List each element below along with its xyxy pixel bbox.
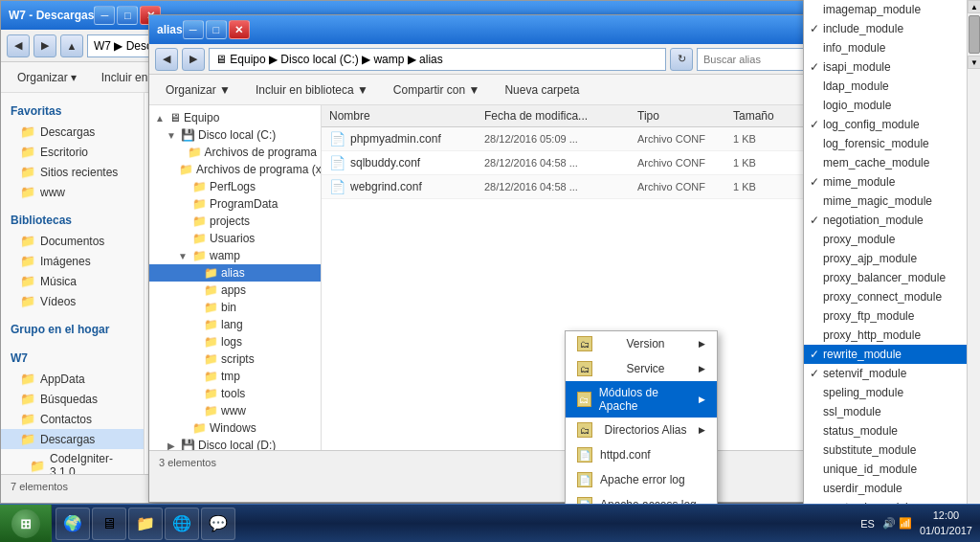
tree-item-windows[interactable]: 📁 Windows — [149, 419, 321, 437]
organize-button-2[interactable]: Organizar ▼ — [157, 79, 239, 101]
module-item-16[interactable]: proxy_ftp_module — [804, 306, 980, 326]
taskbar-item-2[interactable]: 🖥 — [92, 508, 126, 540]
module-item-1[interactable]: include_module — [804, 19, 980, 38]
sidebar-item-codeigniter[interactable]: 📁CodeIgniter-3.1.0 — [1, 449, 144, 474]
module-item-4[interactable]: ldap_module — [804, 77, 980, 96]
module-item-7[interactable]: log_forensic_module — [804, 134, 980, 153]
module-item-13[interactable]: proxy_ajp_module — [804, 249, 980, 268]
tree-item-archivos-x86[interactable]: 📁 Archivos de programa (x86) — [149, 161, 321, 178]
tree-item-perflogs[interactable]: 📁 PerfLogs — [149, 178, 321, 195]
tree-item-logs[interactable]: 📁 logs — [149, 333, 321, 350]
tree-item-tools[interactable]: 📁 tools — [149, 385, 321, 402]
module-item-8[interactable]: mem_cache_module — [804, 153, 980, 172]
up-button-1[interactable]: ▲ — [60, 34, 83, 57]
tree-item-equipo[interactable]: ▲ 🖥 Equipo — [149, 109, 321, 126]
module-item-22[interactable]: status_module — [804, 421, 980, 440]
tree-item-alias[interactable]: 📁 alias — [149, 264, 321, 282]
address-field-2[interactable]: 🖥 Equipo ▶ Disco local (C:) ▶ wamp ▶ ali… — [209, 48, 666, 71]
sidebar-item-escritorio[interactable]: 📁Escritorio — [1, 142, 144, 162]
tree-item-apps[interactable]: 📁 apps — [149, 282, 321, 299]
tree-item-programdata[interactable]: 📁 ProgramData — [149, 195, 321, 213]
w7-title[interactable]: W7 — [1, 348, 144, 369]
file-row[interactable]: 📄 sqlbuddy.conf 28/12/2016 04:58 ... Arc… — [322, 151, 817, 175]
sidebar-item-contactos[interactable]: 📁Contactos — [1, 409, 144, 429]
forward-button-2[interactable]: ▶ — [182, 48, 205, 71]
module-item-25[interactable]: userdir_module — [804, 479, 980, 498]
scroll-up-button[interactable]: ▲ — [968, 0, 980, 13]
file-row[interactable]: 📄 phpmyadmin.conf 28/12/2016 05:09 ... A… — [322, 127, 817, 151]
sidebar-item-videos[interactable]: 📁Vídeos — [1, 291, 144, 311]
minimize-button-2[interactable]: ─ — [183, 20, 204, 39]
scroll-thumb[interactable] — [969, 15, 980, 54]
sidebar-item-busquedas[interactable]: 📁Búsquedas — [1, 389, 144, 409]
start-button[interactable]: ⊞ — [0, 505, 52, 543]
sidebar-item-descargas[interactable]: 📁Descargas — [1, 122, 144, 142]
module-item-23[interactable]: substitute_module — [804, 440, 980, 460]
module-item-5[interactable]: logio_module — [804, 96, 980, 115]
scrollbar[interactable]: ▲ ▼ — [967, 0, 980, 542]
module-item-20[interactable]: speling_module — [804, 383, 980, 402]
col-type[interactable]: Tipo — [637, 109, 733, 123]
tree-item-disco-d[interactable]: ▶ 💾 Disco local (D:) — [149, 437, 321, 450]
sidebar-item-sitios[interactable]: 📁Sitios recientes — [1, 162, 144, 182]
menu-item-directorios[interactable]: 🗂 Directorios Alias — [566, 418, 717, 442]
forward-button-1[interactable]: ▶ — [33, 34, 56, 57]
tree-item-www[interactable]: 📁 www — [149, 402, 321, 419]
tree-item-disco-c[interactable]: ▼ 💾 Disco local (C:) — [149, 126, 321, 144]
favorites-title[interactable]: Favoritas — [1, 101, 144, 122]
taskbar-item-4[interactable]: 🌐 — [165, 508, 199, 540]
menu-item-version[interactable]: 🗂 Version — [566, 331, 717, 356]
tree-item-projects[interactable]: 📁 projects — [149, 213, 321, 230]
tree-item-tmp[interactable]: 📁 tmp — [149, 368, 321, 385]
maximize-button-1[interactable]: □ — [117, 6, 138, 25]
tree-item-bin[interactable]: 📁 bin — [149, 299, 321, 316]
taskbar-item-3[interactable]: 📁 — [128, 508, 163, 540]
sidebar-item-www[interactable]: 📁www — [1, 182, 144, 202]
module-item-11[interactable]: negotiation_module — [804, 211, 980, 230]
module-item-0[interactable]: imagemap_module — [804, 0, 980, 19]
col-date[interactable]: Fecha de modifica... — [484, 109, 637, 123]
refresh-button-2[interactable]: ↻ — [670, 48, 693, 71]
module-item-3[interactable]: isapi_module — [804, 57, 980, 77]
sidebar-item-musica[interactable]: 📁Música — [1, 271, 144, 291]
menu-item-modulos[interactable]: 🗂 Módulos de Apache — [566, 381, 717, 418]
module-item-15[interactable]: proxy_connect_module — [804, 287, 980, 306]
module-item-17[interactable]: proxy_http_module — [804, 326, 980, 345]
share-button-2[interactable]: Compartir con ▼ — [385, 79, 489, 101]
file-row[interactable]: 📄 webgrind.conf 28/12/2016 04:58 ... Arc… — [322, 175, 817, 199]
menu-item-httpd[interactable]: 📄 httpd.conf — [566, 442, 717, 467]
search-input-2[interactable] — [697, 48, 812, 71]
close-button-2[interactable]: ✕ — [229, 20, 250, 39]
menu-item-service[interactable]: 🗂 Service — [566, 356, 717, 381]
module-item-2[interactable]: info_module — [804, 38, 980, 57]
sidebar-item-appdata[interactable]: 📁AppData — [1, 369, 144, 389]
module-item-18[interactable]: rewrite_module — [804, 345, 980, 364]
scroll-down-button[interactable]: ▼ — [968, 56, 980, 69]
col-name[interactable]: Nombre — [329, 109, 484, 123]
taskbar-item-5[interactable]: 💬 — [201, 508, 235, 540]
module-item-24[interactable]: unique_id_module — [804, 460, 980, 479]
sidebar-item-imagenes[interactable]: 📁Imágenes — [1, 251, 144, 271]
module-item-14[interactable]: proxy_balancer_module — [804, 268, 980, 287]
group-title[interactable]: Grupo en el hogar — [1, 319, 144, 340]
module-item-19[interactable]: setenvif_module — [804, 364, 980, 383]
tree-item-archivos[interactable]: 📁 Archivos de programa — [149, 144, 321, 161]
tree-item-wamp[interactable]: ▼ 📁 wamp — [149, 247, 321, 264]
back-button-1[interactable]: ◀ — [7, 34, 30, 57]
new-folder-button-2[interactable]: Nueva carpeta — [496, 79, 588, 101]
module-item-12[interactable]: proxy_module — [804, 230, 980, 249]
tree-item-lang[interactable]: 📁 lang — [149, 316, 321, 333]
taskbar-item-1[interactable]: 🌍 — [56, 508, 90, 540]
back-button-2[interactable]: ◀ — [155, 48, 178, 71]
include-button-2[interactable]: Incluir en biblioteca ▼ — [247, 79, 377, 101]
sidebar-item-descargas-w7[interactable]: 📁Descargas — [1, 429, 144, 449]
col-size[interactable]: Tamaño — [733, 109, 810, 123]
module-item-21[interactable]: ssl_module — [804, 402, 980, 421]
module-item-6[interactable]: log_config_module — [804, 115, 980, 134]
libraries-title[interactable]: Bibliotecas — [1, 210, 144, 231]
organize-button-1[interactable]: Organizar ▾ — [9, 67, 85, 88]
module-item-10[interactable]: mime_magic_module — [804, 192, 980, 211]
menu-item-error-log[interactable]: 📄 Apache error log — [566, 467, 717, 492]
module-item-9[interactable]: mime_module — [804, 172, 980, 192]
minimize-button-1[interactable]: ─ — [94, 6, 115, 25]
